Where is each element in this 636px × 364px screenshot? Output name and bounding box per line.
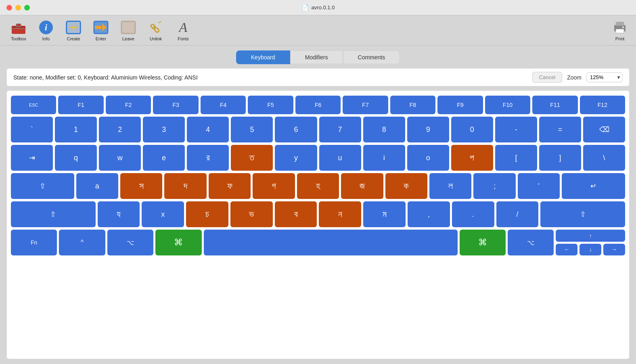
key-5[interactable]: 5 <box>231 117 273 142</box>
create-label: Create <box>67 36 80 41</box>
toolbar-fonts[interactable]: A Fonts <box>169 18 197 43</box>
enter-label: Enter <box>96 36 106 41</box>
key-3[interactable]: 3 <box>143 117 185 142</box>
key-row-z: ⇧ য x চ ভ ব ন ম , . / ⇧ <box>11 201 625 227</box>
key-f8[interactable]: F8 <box>390 96 435 114</box>
key-o[interactable]: o <box>407 145 449 171</box>
key-rshift[interactable]: ⇧ <box>540 201 625 227</box>
key-slash[interactable]: / <box>496 201 539 227</box>
key-backtick[interactable]: ` <box>11 117 53 142</box>
key-g[interactable]: গ <box>253 173 295 199</box>
key-f12[interactable]: F12 <box>580 96 625 114</box>
key-rcmd[interactable]: ⌘ <box>460 230 506 255</box>
svg-line-18 <box>159 21 161 23</box>
key-b[interactable]: ব <box>275 201 317 227</box>
toolbar-enter[interactable]: Enter <box>87 18 115 43</box>
key-f10[interactable]: F10 <box>485 96 530 114</box>
key-h[interactable]: হ <box>297 173 339 199</box>
key-lcmd[interactable]: ⌘ <box>155 230 201 255</box>
key-0[interactable]: 0 <box>451 117 493 142</box>
key-period[interactable]: . <box>452 201 494 227</box>
key-tab[interactable]: ⇥ <box>11 145 53 171</box>
key-y[interactable]: y <box>275 145 317 171</box>
key-ralt[interactable]: ⌥ <box>508 230 554 255</box>
key-c[interactable]: চ <box>186 201 228 227</box>
key-l[interactable]: ল <box>429 173 471 199</box>
key-w[interactable]: w <box>99 145 141 171</box>
key-f4[interactable]: F4 <box>201 96 246 114</box>
key-t[interactable]: ত <box>231 145 273 171</box>
key-f2[interactable]: F2 <box>106 96 151 114</box>
key-z[interactable]: য <box>98 201 140 227</box>
key-quote[interactable]: ' <box>518 173 560 199</box>
key-capslock[interactable]: ⇧ <box>11 173 74 199</box>
minimize-button[interactable] <box>15 5 21 10</box>
key-1[interactable]: 1 <box>55 117 97 142</box>
tab-keyboard[interactable]: Keyboard <box>236 50 290 64</box>
key-f1[interactable]: F1 <box>58 96 103 114</box>
key-n[interactable]: ন <box>319 201 361 227</box>
key-lalt[interactable]: ⌥ <box>107 230 153 255</box>
key-lbracket[interactable]: [ <box>495 145 537 171</box>
key-2[interactable]: 2 <box>99 117 141 142</box>
toolbar-create[interactable]: Create <box>60 18 87 43</box>
key-6[interactable]: 6 <box>275 117 317 142</box>
toolbar-info[interactable]: i Info <box>32 18 60 43</box>
key-f9[interactable]: F9 <box>437 96 483 114</box>
key-8[interactable]: 8 <box>363 117 405 142</box>
key-space[interactable] <box>204 230 458 255</box>
print-button[interactable]: Print <box>612 19 628 41</box>
key-arrow-right[interactable]: → <box>603 244 625 256</box>
key-comma[interactable]: , <box>408 201 450 227</box>
key-j[interactable]: জ <box>341 173 383 199</box>
maximize-button[interactable] <box>24 5 30 10</box>
key-backslash[interactable]: \ <box>583 145 625 171</box>
close-button[interactable] <box>6 5 12 10</box>
key-minus[interactable]: - <box>495 117 537 142</box>
key-arrow-up[interactable]: ↑ <box>556 230 625 242</box>
key-9[interactable]: 9 <box>407 117 449 142</box>
key-i[interactable]: i <box>363 145 405 171</box>
key-arrow-down[interactable]: ↓ <box>580 244 601 256</box>
key-m[interactable]: ম <box>363 201 406 227</box>
key-e[interactable]: e <box>143 145 185 171</box>
tab-modifiers[interactable]: Modifiers <box>290 50 343 64</box>
key-4[interactable]: 4 <box>187 117 229 142</box>
key-rbracket[interactable]: ] <box>539 145 581 171</box>
key-7[interactable]: 7 <box>319 117 361 142</box>
toolbar-unlink[interactable]: Unlink <box>142 18 169 43</box>
key-backspace[interactable]: ⌫ <box>583 117 625 142</box>
key-lshift[interactable]: ⇧ <box>11 201 96 227</box>
key-p[interactable]: প <box>451 145 493 171</box>
key-arrow-left[interactable]: ← <box>556 244 577 256</box>
key-a[interactable]: a <box>76 173 118 199</box>
key-ctrl[interactable]: ^ <box>59 230 105 255</box>
key-s[interactable]: স <box>120 173 162 199</box>
tab-comments[interactable]: Comments <box>343 50 400 64</box>
key-f6[interactable]: F6 <box>295 96 341 114</box>
unlink-label: Unlink <box>150 36 162 41</box>
toolbar-toolbox[interactable]: Toolbox <box>5 18 32 43</box>
key-u[interactable]: u <box>319 145 361 171</box>
key-v[interactable]: ভ <box>230 201 273 227</box>
key-k[interactable]: ক <box>385 173 427 199</box>
key-q[interactable]: q <box>55 145 97 171</box>
key-esc[interactable]: ESC <box>11 96 56 114</box>
zoom-label: Zoom <box>567 74 582 81</box>
key-x[interactable]: x <box>142 201 184 227</box>
key-r[interactable]: র <box>187 145 229 171</box>
key-equals[interactable]: = <box>539 117 581 142</box>
key-f5[interactable]: F5 <box>248 96 293 114</box>
key-fn[interactable]: Fn <box>11 230 57 255</box>
key-d[interactable]: দ <box>164 173 206 199</box>
key-semicolon[interactable]: ; <box>473 173 515 199</box>
cancel-button[interactable]: Cancel <box>532 72 562 83</box>
key-f[interactable]: ফ <box>209 173 251 199</box>
toolbar-leave[interactable]: Leave <box>115 18 142 43</box>
zoom-select[interactable]: 75% 100% 125% 150% 175% 200% <box>586 72 623 82</box>
key-f7[interactable]: F7 <box>343 96 388 114</box>
key-f11[interactable]: F11 <box>532 96 577 114</box>
key-f3[interactable]: F3 <box>153 96 198 114</box>
svg-rect-2 <box>16 24 21 27</box>
key-return[interactable]: ↵ <box>562 173 625 199</box>
